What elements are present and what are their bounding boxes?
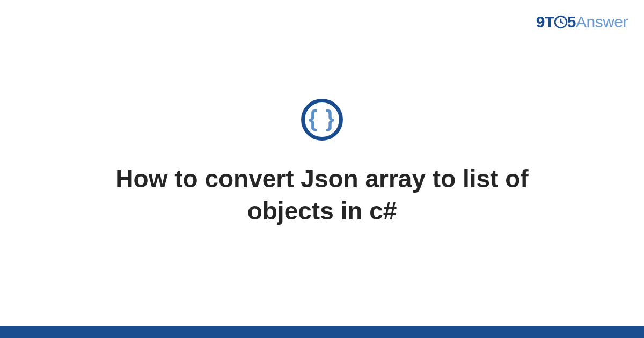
topic-icon-circle: { } (301, 99, 343, 141)
main-content: { } How to convert Json array to list of… (0, 0, 644, 326)
question-title: How to convert Json array to list of obj… (67, 163, 577, 227)
braces-icon: { } (309, 107, 335, 130)
footer-bar (0, 326, 644, 338)
